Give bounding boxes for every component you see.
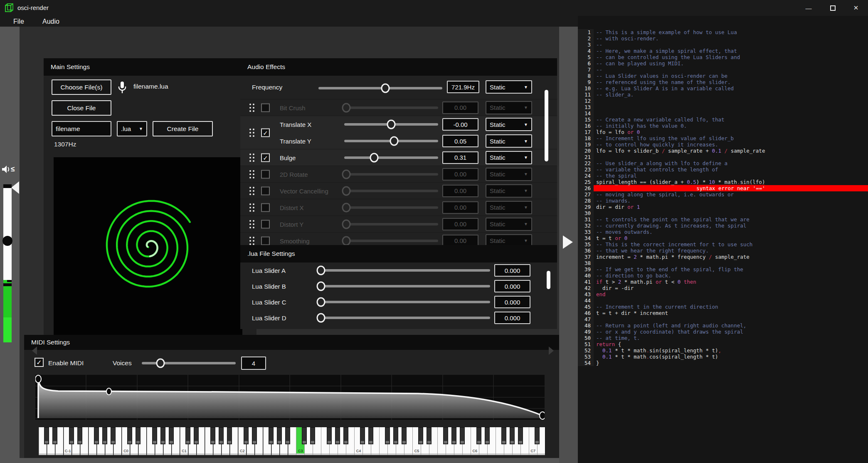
create-file-button[interactable]: Create File	[153, 121, 213, 136]
effect-slider[interactable]	[344, 123, 438, 126]
piano-key-black[interactable]	[485, 427, 490, 444]
effect-checkbox[interactable]	[261, 170, 270, 178]
effect-checkbox[interactable]: ✓	[261, 153, 270, 162]
effect-slider[interactable]	[344, 206, 438, 209]
effect-slider[interactable]	[344, 223, 438, 225]
piano-key-black[interactable]	[535, 427, 540, 444]
code-line[interactable]: 21	[578, 154, 868, 160]
piano-key-black[interactable]	[343, 427, 348, 444]
piano-key-black[interactable]	[227, 427, 232, 444]
effect-value[interactable]: 0.00	[442, 168, 478, 181]
effect-mode-dropdown[interactable]: Static▼	[486, 134, 532, 148]
effect-slider[interactable]	[344, 140, 438, 142]
code-line[interactable]: 49-- or x and y coordinate) that draws t…	[578, 329, 868, 335]
effect-slider-thumb[interactable]	[342, 236, 350, 245]
effect-slider[interactable]	[344, 190, 438, 192]
code-line[interactable]: 11-- slider_a.	[578, 92, 868, 98]
effect-slider-thumb[interactable]	[317, 297, 326, 307]
piano-key-black[interactable]	[111, 427, 116, 444]
code-line[interactable]: 12	[578, 98, 868, 104]
piano-key-black[interactable]	[302, 427, 307, 444]
code-line[interactable]: 26syntax error near '=='	[578, 185, 868, 191]
effect-slider-thumb[interactable]	[390, 136, 398, 146]
piano-key-black[interactable]	[44, 427, 49, 444]
code-line[interactable]: 38	[578, 260, 868, 266]
piano-key-black[interactable]	[69, 427, 74, 444]
code-line[interactable]: 16-- initially has the value 0.	[578, 123, 868, 129]
piano-key-black[interactable]	[77, 427, 82, 444]
code-line[interactable]: 23-- variable that controls the length o…	[578, 166, 868, 173]
code-line[interactable]: 2-- with osci-render.	[578, 35, 868, 42]
effect-slider-thumb[interactable]	[342, 169, 350, 179]
frequency-slider[interactable]	[318, 87, 442, 89]
code-line[interactable]: 51return {	[578, 341, 868, 347]
choose-files-button[interactable]: Choose File(s)	[52, 79, 111, 95]
effect-value[interactable]: 0.00	[442, 201, 478, 214]
code-line[interactable]: 28-- inwards.	[578, 198, 868, 204]
code-line[interactable]: 30	[578, 210, 868, 216]
effect-value[interactable]: 0.31	[442, 151, 478, 164]
code-line[interactable]: 34t = t or 0	[578, 235, 868, 241]
frequency-mode-dropdown[interactable]: Static ▼	[486, 80, 532, 94]
effect-value[interactable]: 0.00	[442, 185, 478, 197]
piano-key-black[interactable]	[52, 427, 57, 444]
code-line[interactable]: 39-- If we get to the end of the spiral,…	[578, 266, 868, 272]
piano-key-black[interactable]	[94, 427, 99, 444]
code-line[interactable]: 52 0.1 * t * math.sin(spiral_length * t)…	[578, 347, 868, 354]
effect-slider[interactable]	[318, 301, 490, 303]
piano-key-black[interactable]	[285, 427, 290, 444]
drag-handle-icon[interactable]	[249, 187, 254, 195]
effect-slider[interactable]	[318, 285, 490, 287]
piano-key-black[interactable]	[136, 427, 141, 444]
close-file-button[interactable]: Close File	[52, 100, 111, 116]
code-line[interactable]: 27-- moving along the spiral, i.e. outwa…	[578, 191, 868, 198]
expand-panel-icon[interactable]	[563, 235, 573, 249]
code-line[interactable]: 13	[578, 104, 868, 110]
effect-checkbox[interactable]	[261, 103, 270, 112]
piano-key-black[interactable]	[385, 427, 390, 444]
piano-key-black[interactable]	[476, 427, 481, 444]
code-line[interactable]: 17lfo = lfo or 0	[578, 129, 868, 135]
maximize-button[interactable]	[823, 0, 842, 16]
lua-scrollbar[interactable]	[547, 271, 550, 289]
voices-slider-thumb[interactable]	[156, 359, 165, 368]
lua-code-editor[interactable]: 1-- This is a simple example of how to u…	[578, 16, 868, 463]
piano-key-black[interactable]	[169, 427, 174, 444]
lua-slider-value[interactable]: 0.000	[494, 280, 530, 292]
effect-slider[interactable]	[318, 269, 490, 272]
piano-key-black[interactable]	[501, 427, 506, 444]
effect-slider[interactable]	[344, 106, 438, 109]
effect-slider-thumb[interactable]	[342, 203, 350, 212]
effect-slider-thumb[interactable]	[370, 153, 379, 162]
piano-key-black[interactable]	[160, 427, 165, 444]
effect-value[interactable]: 0.00	[442, 102, 478, 114]
piano-key-black[interactable]	[310, 427, 315, 444]
effect-value[interactable]: -0.00	[442, 118, 478, 131]
piano-key-black[interactable]	[402, 427, 407, 444]
code-line[interactable]: 37increment = 2 * math.pi * frequency / …	[578, 254, 868, 260]
code-line[interactable]: 3--	[578, 42, 868, 48]
piano-key-black[interactable]	[427, 427, 432, 444]
code-line[interactable]: 14	[578, 110, 868, 116]
effect-slider-thumb[interactable]	[317, 313, 326, 323]
effect-mode-dropdown[interactable]: Static▼	[486, 151, 532, 164]
code-line[interactable]: 44	[578, 297, 868, 304]
effect-slider[interactable]	[344, 173, 438, 176]
keyboard-scroll-right-icon[interactable]	[549, 347, 554, 355]
drag-handle-icon[interactable]	[249, 203, 254, 212]
code-line[interactable]: 9-- referenced using the name of the sli…	[578, 79, 868, 85]
filename-input[interactable]: filename	[52, 121, 111, 136]
code-line[interactable]: 31-- t controls the point on the spiral …	[578, 216, 868, 223]
code-line[interactable]: 8-- Lua Slider values in osci-render can…	[578, 73, 868, 79]
drag-handle-icon[interactable]	[249, 220, 254, 228]
piano-key-black[interactable]	[219, 427, 224, 444]
code-line[interactable]: 54}	[578, 360, 868, 366]
volume-slider-pointer[interactable]	[11, 181, 19, 194]
code-line[interactable]: 35-- This is the correct increment for t…	[578, 241, 868, 248]
code-line[interactable]: 29dir = dir or 1	[578, 204, 868, 210]
code-line[interactable]: 22-- Use slider_a along with lfo to defi…	[578, 160, 868, 166]
lua-slider-value[interactable]: 0.000	[494, 264, 530, 277]
effect-slider-thumb[interactable]	[317, 282, 326, 291]
menu-audio[interactable]: Audio	[40, 17, 62, 26]
drag-handle-icon[interactable]	[249, 237, 254, 245]
